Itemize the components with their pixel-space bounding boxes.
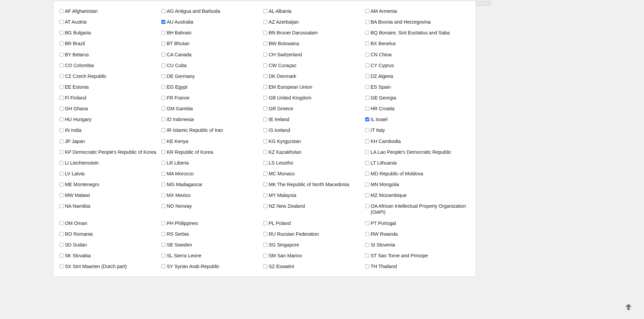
country-option[interactable]: MD Republic of Moldova	[365, 168, 467, 179]
country-label[interactable]: AT Austria	[65, 19, 87, 25]
country-checkbox[interactable]	[263, 41, 267, 46]
country-option[interactable]: CN China	[365, 49, 467, 60]
country-label[interactable]: SX Sint Maarten (Dutch part)	[65, 263, 127, 269]
country-option[interactable]: EG Egypt	[161, 82, 263, 92]
country-checkbox[interactable]	[263, 139, 267, 143]
country-label[interactable]: KG Kyrgyzstan	[269, 138, 301, 144]
country-label[interactable]: LI Liechtenstein	[65, 160, 99, 166]
country-option[interactable]: GH Ghana	[59, 103, 161, 114]
country-label[interactable]: EM European Union	[269, 84, 312, 90]
country-checkbox[interactable]	[59, 117, 63, 121]
country-checkbox[interactable]	[365, 107, 369, 111]
country-label[interactable]: LS Lesotho	[269, 160, 293, 166]
country-checkbox[interactable]	[59, 85, 63, 89]
country-checkbox[interactable]	[263, 117, 267, 121]
country-option[interactable]: AZ Azerbaijan	[263, 17, 365, 27]
country-checkbox[interactable]	[59, 53, 63, 57]
country-option[interactable]: SD Sudan	[59, 239, 161, 250]
country-option[interactable]: AL Albania	[263, 6, 365, 17]
country-option[interactable]: RU Russian Federation	[263, 229, 365, 239]
country-label[interactable]: RS Serbia	[167, 231, 189, 237]
country-label[interactable]: MD Republic of Moldova	[371, 171, 423, 177]
country-checkbox[interactable]	[161, 254, 165, 258]
country-label[interactable]: CH Switzerland	[269, 52, 302, 58]
country-checkbox[interactable]	[161, 172, 165, 176]
country-checkbox[interactable]	[365, 128, 369, 132]
country-label[interactable]: NA Namibia	[65, 203, 90, 209]
country-option[interactable]: ID Indonesia	[161, 114, 263, 125]
country-label[interactable]: ID Indonesia	[167, 116, 194, 122]
country-checkbox[interactable]	[365, 264, 369, 268]
country-option[interactable]: EE Estonia	[59, 82, 161, 92]
country-checkbox[interactable]	[365, 117, 369, 121]
country-option[interactable]: SY Syrian Arab Republic	[161, 261, 263, 272]
country-option[interactable]: MN Mongolia	[365, 179, 467, 190]
country-label[interactable]: MW Malawi	[65, 192, 90, 198]
country-option[interactable]: TH Thailand	[365, 261, 467, 272]
country-option[interactable]: CO Colombia	[59, 60, 161, 71]
country-label[interactable]: BA Bosnia and Herzegovina	[371, 19, 431, 25]
country-checkbox[interactable]	[365, 182, 369, 186]
country-option[interactable]: FI Finland	[59, 92, 161, 103]
country-checkbox[interactable]	[263, 182, 267, 186]
country-label[interactable]: GH Ghana	[65, 106, 88, 112]
country-checkbox[interactable]	[161, 150, 165, 154]
country-checkbox[interactable]	[263, 9, 267, 13]
country-checkbox[interactable]	[263, 243, 267, 247]
country-checkbox[interactable]	[59, 243, 63, 247]
country-label[interactable]: IS Iceland	[269, 127, 290, 133]
country-checkbox[interactable]	[161, 193, 165, 197]
country-checkbox[interactable]	[161, 221, 165, 225]
country-checkbox[interactable]	[161, 74, 165, 78]
country-checkbox[interactable]	[365, 172, 369, 176]
country-option[interactable]: EM European Union	[263, 82, 365, 92]
country-option[interactable]: AT Austria	[59, 17, 161, 27]
country-checkbox[interactable]	[161, 85, 165, 89]
country-label[interactable]: SD Sudan	[65, 242, 87, 248]
country-label[interactable]: CN China	[371, 52, 392, 58]
country-option[interactable]: KE Kenya	[161, 136, 263, 147]
country-checkbox[interactable]	[263, 172, 267, 176]
country-label[interactable]: MC Monaco	[269, 171, 295, 177]
country-checkbox[interactable]	[59, 232, 63, 236]
country-option[interactable]: DK Denmark	[263, 71, 365, 82]
country-label[interactable]: KH Cambodia	[371, 138, 401, 144]
country-label[interactable]: RU Russian Federation	[269, 231, 319, 237]
country-checkbox[interactable]	[263, 63, 267, 67]
country-option[interactable]: CW Curaçao	[263, 60, 365, 71]
country-option[interactable]: CA Canada	[161, 49, 263, 60]
country-checkbox[interactable]	[161, 96, 165, 100]
country-option[interactable]: OA African Intellectual Property Organiz…	[365, 201, 467, 218]
country-label[interactable]: IT Italy	[371, 127, 385, 133]
country-checkbox[interactable]	[59, 31, 63, 35]
country-option[interactable]: NZ New Zealand	[263, 201, 365, 218]
country-option[interactable]: FR France	[161, 92, 263, 103]
country-option[interactable]: LT Lithuania	[365, 157, 467, 168]
country-option[interactable]: NA Namibia	[59, 201, 161, 218]
country-checkbox[interactable]	[161, 139, 165, 143]
country-label[interactable]: IL Israel	[371, 116, 387, 122]
country-label[interactable]: SM San Marino	[269, 253, 302, 259]
country-option[interactable]: SZ Eswatini	[263, 261, 365, 272]
country-label[interactable]: ES Spain	[371, 84, 391, 90]
country-checkbox[interactable]	[161, 107, 165, 111]
country-checkbox[interactable]	[263, 74, 267, 78]
country-label[interactable]: NZ New Zealand	[269, 203, 305, 209]
country-option[interactable]: AU Australia	[161, 17, 263, 27]
country-label[interactable]: PL Poland	[269, 220, 291, 226]
country-option[interactable]: GE Georgia	[365, 92, 467, 103]
country-checkbox[interactable]	[59, 150, 63, 154]
country-label[interactable]: AL Albania	[269, 8, 292, 14]
country-option[interactable]: BR Brazil	[59, 38, 161, 49]
country-label[interactable]: IR Islamic Republic of Iran	[167, 127, 223, 133]
country-option[interactable]: PT Portugal	[365, 218, 467, 229]
country-checkbox[interactable]	[59, 182, 63, 186]
country-label[interactable]: KE Kenya	[167, 138, 188, 144]
country-label[interactable]: RW Rwanda	[371, 231, 398, 237]
country-option[interactable]: LV Latvia	[59, 168, 161, 179]
country-checkbox[interactable]	[365, 20, 369, 24]
country-option[interactable]: RO Romania	[59, 229, 161, 239]
country-option[interactable]: PH Philippines	[161, 218, 263, 229]
country-option[interactable]: LA Lao People's Democratic Republic	[365, 147, 467, 157]
country-label[interactable]: GM Gambia	[167, 106, 193, 112]
